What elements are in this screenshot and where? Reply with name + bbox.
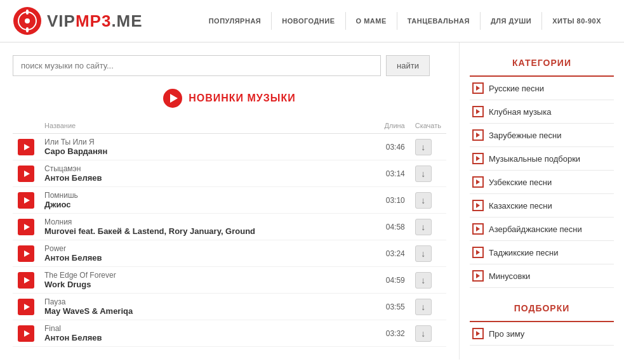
track-artist: Антон Беляев	[44, 333, 367, 342]
new-music-heading: НОВИНКИ МУЗЫКИ	[13, 89, 446, 108]
categories-list: Русские песниКлубная музыкаЗарубежные пе…	[470, 75, 614, 288]
track-title: Помнишь	[44, 191, 367, 200]
nav-item[interactable]: ДЛЯ ДУШИ	[481, 12, 542, 30]
track-info-cell: Помнишь Джиос	[39, 187, 372, 214]
download-button[interactable]: ↓	[415, 325, 432, 342]
track-info: Или Ты Или Я Саро Варданян	[44, 138, 367, 156]
search-button[interactable]: найти	[386, 55, 430, 76]
play-button[interactable]	[18, 219, 34, 235]
play-button[interactable]	[18, 245, 34, 262]
list-item: Зарубежные песни	[470, 124, 614, 147]
sidebar: КАТЕГОРИИ Русские песниКлубная музыкаЗар…	[459, 42, 624, 360]
play-button[interactable]	[18, 139, 34, 155]
track-artist: Антон Беляев	[44, 253, 367, 263]
table-row: Помнишь Джиос 03:10 ↓	[13, 187, 446, 214]
logo: VIPMP3.ME	[13, 6, 143, 36]
category-link[interactable]: Азербайджанские песни	[470, 218, 614, 240]
category-link[interactable]: Таджикские песни	[470, 241, 614, 264]
nav-item[interactable]: ПОПУЛЯРНАЯ	[199, 12, 272, 30]
track-title: Final	[44, 324, 367, 333]
categories-title: КАТЕГОРИИ	[470, 53, 614, 75]
col-play-header	[13, 118, 39, 134]
collection-link[interactable]: Про зиму	[470, 322, 614, 345]
download-cell: ↓	[410, 267, 446, 294]
play-button[interactable]	[18, 325, 34, 342]
track-artist: May WaveS & Ameriqa	[44, 306, 367, 316]
arrow-icon	[472, 328, 484, 339]
track-duration: 03:55	[372, 294, 410, 320]
list-item: Узбекские песни	[470, 171, 614, 194]
category-link[interactable]: Минусовки	[470, 264, 614, 287]
download-button[interactable]: ↓	[415, 299, 432, 315]
category-link[interactable]: Узбекские песни	[470, 171, 614, 193]
download-button[interactable]: ↓	[415, 219, 432, 235]
track-info: The Edge Of Forever Work Drugs	[44, 271, 367, 289]
track-title: Стыцамэн	[44, 164, 367, 173]
play-button[interactable]	[18, 272, 34, 289]
svg-rect-4	[26, 27, 29, 32]
nav-item[interactable]: НОВОГОДНИЕ	[272, 12, 345, 30]
track-artist: Murovei feat. Бакей & Lastend, Rory Janu…	[44, 226, 367, 236]
category-link[interactable]: Русские песни	[470, 77, 614, 100]
table-row: Final Антон Беляев 03:32 ↓	[13, 320, 446, 347]
play-button[interactable]	[18, 166, 34, 182]
arrow-icon	[472, 247, 484, 258]
track-tbody: Или Ты Или Я Саро Варданян 03:46 ↓ Стыца…	[13, 134, 446, 347]
search-input[interactable]	[13, 55, 381, 76]
track-info-cell: Стыцамэн Антон Беляев	[39, 160, 372, 187]
download-button[interactable]: ↓	[415, 139, 432, 155]
track-title: The Edge Of Forever	[44, 271, 367, 280]
download-button[interactable]: ↓	[415, 272, 432, 289]
list-item: Про зиму	[470, 322, 614, 346]
track-title: Или Ты Или Я	[44, 138, 367, 146]
arrow-icon	[472, 270, 484, 282]
track-duration: 03:24	[372, 240, 410, 267]
category-link[interactable]: Музыкальные подборки	[470, 147, 614, 170]
download-button[interactable]: ↓	[415, 245, 432, 262]
track-title: Молния	[44, 218, 367, 226]
logo-icon	[13, 6, 42, 36]
list-item: Азербайджанские песни	[470, 218, 614, 241]
download-button[interactable]: ↓	[415, 192, 432, 209]
track-duration: 03:46	[372, 134, 410, 160]
track-artist: Джиос	[44, 200, 367, 209]
svg-rect-3	[26, 10, 29, 15]
download-button[interactable]: ↓	[415, 166, 432, 182]
svg-point-2	[25, 18, 30, 23]
track-info: Power Антон Беляев	[44, 244, 367, 263]
list-item: Музыкальные подборки	[470, 147, 614, 171]
category-link[interactable]: Казахские песни	[470, 194, 614, 217]
nav-item[interactable]: О МАМЕ	[346, 12, 397, 30]
table-header-row: Название Длина Скачать	[13, 118, 446, 134]
play-button[interactable]	[18, 299, 34, 315]
arrow-icon	[472, 106, 484, 117]
play-button[interactable]	[18, 192, 34, 209]
download-cell: ↓	[410, 294, 446, 320]
arrow-icon	[472, 129, 484, 141]
table-row: Пауза May WaveS & Ameriqa 03:55 ↓	[13, 294, 446, 320]
track-duration: 04:58	[372, 214, 410, 240]
arrow-icon	[472, 176, 484, 188]
category-link[interactable]: Зарубежные песни	[470, 124, 614, 146]
table-row: Или Ты Или Я Саро Варданян 03:46 ↓	[13, 134, 446, 160]
nav-item[interactable]: ТАНЦЕВАЛЬНАЯ	[397, 12, 481, 30]
list-item: Минусовки	[470, 264, 614, 288]
search-bar: найти	[13, 55, 446, 76]
category-link[interactable]: Клубная музыка	[470, 100, 614, 123]
nav-item[interactable]: ХИТЫ 80-90Х	[542, 12, 611, 30]
col-title-header: Название	[39, 118, 372, 134]
download-cell: ↓	[410, 214, 446, 240]
table-row: Стыцамэн Антон Беляев 03:14 ↓	[13, 160, 446, 187]
track-duration: 04:59	[372, 267, 410, 294]
track-info-cell: Пауза May WaveS & Ameriqa	[39, 294, 372, 320]
play-cell	[13, 187, 39, 214]
play-cell	[13, 134, 39, 160]
track-title: Power	[44, 244, 367, 253]
list-item: Таджикские песни	[470, 241, 614, 264]
logo-text: VIPMP3.ME	[47, 11, 143, 31]
track-info: Пауза May WaveS & Ameriqa	[44, 297, 367, 316]
track-info-cell: Power Антон Беляев	[39, 240, 372, 267]
track-info: Стыцамэн Антон Беляев	[44, 164, 367, 183]
track-duration: 03:10	[372, 187, 410, 214]
collections-title: ПОДБОРКИ	[470, 298, 614, 321]
